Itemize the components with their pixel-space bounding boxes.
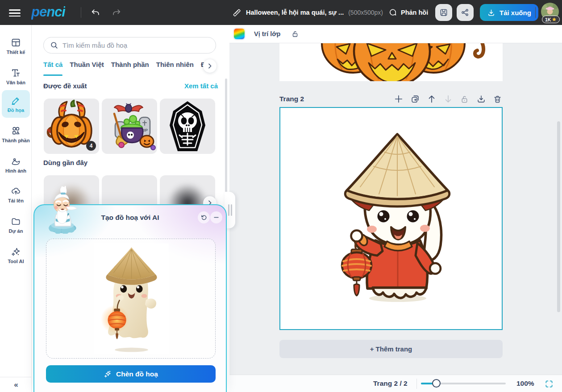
sidebar-item-label: Thiết kế: [7, 50, 25, 55]
sidebar-collapse-button[interactable]: «: [0, 378, 32, 392]
reputation-count: 1K: [545, 17, 551, 22]
fullscreen-button[interactable]: [544, 379, 554, 389]
chevron-right-icon: [206, 62, 213, 70]
status-bar: Trang 2 / 2 100%: [229, 375, 562, 392]
canvas-page-2[interactable]: [279, 107, 503, 330]
grip-line: [228, 204, 229, 216]
ai-graphics-popup: Tạo đồ hoạ với AI: [33, 204, 227, 392]
delete-page-button[interactable]: [492, 94, 503, 104]
reset-icon: [200, 214, 208, 221]
move-down-button[interactable]: [443, 94, 453, 104]
topbar-divider: [81, 7, 81, 18]
panel-scrollbar[interactable]: [225, 78, 227, 206]
layer-position-label: Vị trí lớp: [254, 30, 280, 37]
move-up-button[interactable]: [426, 94, 437, 104]
add-page-button[interactable]: + Thêm trang: [279, 340, 503, 358]
redo-button[interactable]: [111, 7, 122, 19]
feedback-label: Phản hồi: [401, 9, 428, 16]
feedback-button[interactable]: Phản hồi: [388, 0, 428, 25]
redo-icon: [112, 8, 121, 18]
tabs-scroll-button[interactable]: [203, 59, 216, 73]
undo-button[interactable]: [90, 7, 101, 19]
image-icon: [11, 156, 21, 166]
hamburger-menu-button[interactable]: [9, 8, 21, 17]
download-button[interactable]: Tải xuống: [480, 4, 538, 21]
wizard-mascot-illustration: [42, 186, 83, 234]
user-avatar[interactable]: 1K: [541, 3, 560, 23]
insert-graphic-button[interactable]: Chèn đồ hoạ: [46, 365, 216, 383]
sidebar-item-label: Văn bản: [6, 80, 25, 85]
zoom-slider[interactable]: [421, 383, 506, 384]
suggested-section-header: Được đề xuất Xem tất cả: [43, 82, 218, 90]
recent-title: Dùng gần đây: [43, 159, 87, 166]
sidebar-item-hinh-anh[interactable]: Hình ảnh: [2, 151, 30, 178]
coffin-skull-image: [160, 99, 215, 154]
penci-logo[interactable]: penci: [31, 4, 65, 20]
zoom-slider-thumb[interactable]: [432, 379, 441, 388]
ai-reset-button[interactable]: [198, 211, 210, 223]
grip-line: [231, 204, 232, 216]
sidebar-item-thiet-ke[interactable]: Thiết kế: [2, 32, 30, 60]
canvas-page-1[interactable]: [279, 43, 503, 81]
folder-icon: [11, 216, 21, 227]
page2-header: Trang 2: [279, 92, 503, 106]
sidebar-item-thanh-phan[interactable]: Thành phần: [2, 120, 30, 148]
download-icon: [487, 8, 495, 17]
export-page-button[interactable]: [476, 94, 486, 104]
search-box[interactable]: [43, 37, 216, 54]
sidebar-item-van-ban[interactable]: Văn bản: [2, 62, 30, 90]
add-element-button[interactable]: [393, 94, 404, 104]
sidebar-item-tool-ai[interactable]: Tool AI: [2, 241, 30, 269]
app-window: Vị trí lớp: [0, 0, 562, 392]
page-actions-toolbar: [393, 94, 503, 104]
tab-thanh-phan[interactable]: Thành phần: [111, 61, 149, 76]
document-title[interactable]: Halloween, lễ hội ma quái, sự ...: [246, 9, 344, 16]
tab-tat-ca[interactable]: Tất cả: [43, 61, 62, 76]
share-icon: [461, 8, 470, 17]
share-button[interactable]: [457, 4, 474, 21]
thumbnail-coffin-skull[interactable]: [160, 99, 215, 154]
sparkle-icon: [104, 370, 112, 378]
sidebar-item-tai-len[interactable]: Tải lên: [2, 181, 30, 208]
floppy-icon: [439, 8, 448, 17]
ai-minimize-button[interactable]: [210, 211, 222, 223]
page-indicator: Trang 2 / 2: [373, 380, 408, 388]
generated-ghost-image[interactable]: [94, 243, 169, 354]
reputation-badge: 1K: [542, 16, 560, 23]
sidebar-item-do-hoa[interactable]: Đồ họa: [2, 90, 30, 118]
undo-icon: [91, 8, 100, 18]
sidebar-item-label: Đồ họa: [8, 107, 24, 113]
sparkles-icon: [11, 247, 21, 257]
sidebar-item-du-an[interactable]: Dự án: [2, 211, 30, 239]
search-input[interactable]: [62, 41, 209, 49]
sidebar-item-label: Tải lên: [8, 198, 24, 203]
recent-section-header: Dùng gần đây: [43, 159, 218, 166]
frame-icon: [545, 380, 554, 388]
save-button[interactable]: [435, 4, 452, 21]
minus-icon: [213, 214, 220, 221]
text-icon: [11, 68, 21, 78]
duplicate-page-button[interactable]: [410, 94, 420, 104]
shapes-icon: [11, 126, 21, 136]
tool-rail: Thiết kế Văn bản Đồ họa Thành phần Hình …: [0, 25, 32, 392]
tab-thuan-viet[interactable]: Thuần Việt: [70, 61, 104, 76]
unlock-icon[interactable]: [291, 30, 299, 38]
pen-icon: [11, 95, 21, 106]
tab-thien-nhien[interactable]: Thiên nhiên: [156, 61, 194, 76]
lock-page-button[interactable]: [459, 94, 470, 104]
suggested-title: Được đề xuất: [43, 82, 87, 90]
thumbnail-devil-pumpkin[interactable]: 4: [44, 99, 99, 154]
thumbnail-count-badge: 4: [86, 141, 96, 151]
sidebar-item-label: Tool AI: [8, 259, 24, 264]
generated-image-container: [46, 239, 216, 359]
download-label: Tải xuống: [500, 9, 531, 17]
add-page-label: + Thêm trang: [370, 345, 412, 353]
sidebar-item-label: Hình ảnh: [5, 168, 26, 173]
insert-graphic-label: Chèn đồ hoạ: [116, 370, 158, 378]
top-bar: penci Halloween, lễ hội ma quái, sự ... …: [0, 0, 562, 25]
color-picker-swatch[interactable]: [233, 28, 245, 40]
thumbnail-witch-cauldron[interactable]: RIP: [102, 99, 157, 154]
canvas-scrollbar[interactable]: [557, 121, 560, 312]
see-all-link[interactable]: Xem tất cả: [184, 82, 218, 90]
statusbar-divider: [416, 379, 417, 389]
